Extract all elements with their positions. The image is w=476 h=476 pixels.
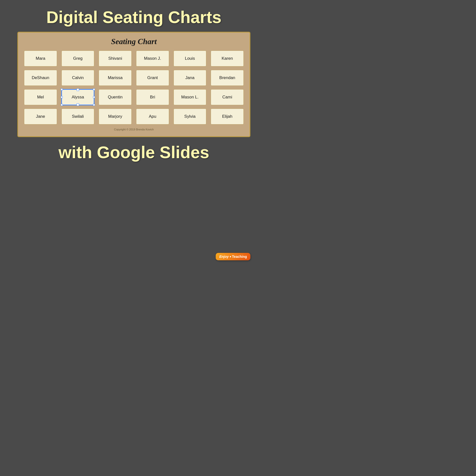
seat-marjory[interactable]: Marjory [99, 109, 132, 124]
seat-mara[interactable]: Mara [24, 51, 57, 66]
seat-shivani[interactable]: Shivani [99, 51, 132, 66]
seat-apu[interactable]: Apu [136, 109, 169, 124]
seat-brendan[interactable]: Brendan [211, 70, 244, 86]
seat-bri[interactable]: Bri [136, 89, 169, 105]
seat-alyssa[interactable]: Alyssa [61, 89, 94, 105]
handle-br [93, 104, 95, 106]
seat-mel[interactable]: Mel [24, 89, 57, 105]
chart-title: Seating Chart [24, 37, 244, 46]
copyright: Copyright © 2019 Brenda Kovich [24, 128, 244, 131]
handle-tl [61, 89, 63, 90]
seat-grant[interactable]: Grant [136, 70, 169, 86]
top-title: Digital Seating Charts [36, 0, 232, 32]
handle-tr [93, 89, 95, 90]
seats-row-2: MelAlyssaQuentinBriMason L.Cami [24, 89, 244, 105]
seat-louis[interactable]: Louis [174, 51, 207, 66]
seating-chart-container: Seating Chart MaraGregShivaniMason J.Lou… [17, 32, 250, 137]
badge-teaching-text: Teaching [232, 255, 247, 259]
handle-bl [61, 104, 63, 106]
seat-calvin[interactable]: Calvin [61, 70, 94, 86]
seat-jane[interactable]: Jane [24, 109, 57, 124]
seat-swilali[interactable]: Swilali [61, 109, 94, 124]
seats-row-1: DeShaunCalvinMarissaGrantJanaBrendan [24, 70, 244, 86]
seat-elijah[interactable]: Elijah [211, 109, 244, 124]
seat-deshaun[interactable]: DeShaun [24, 70, 57, 86]
seat-marissa[interactable]: Marissa [99, 70, 132, 86]
enjoy-teaching-badge: Enjoy Teaching [216, 253, 250, 260]
handle-ml [61, 96, 63, 98]
bottom-title: with Google Slides [49, 137, 219, 164]
seats-grid: MaraGregShivaniMason J.LouisKarenDeShaun… [24, 51, 244, 124]
badge-enjoy-text: Enjoy [219, 255, 229, 259]
seats-row-0: MaraGregShivaniMason J.LouisKaren [24, 51, 244, 66]
seat-cami[interactable]: Cami [211, 89, 244, 105]
seat-sylvia[interactable]: Sylvia [174, 109, 207, 124]
seat-greg[interactable]: Greg [61, 51, 94, 66]
seat-quentin[interactable]: Quentin [99, 89, 132, 105]
handle-mr [93, 96, 95, 98]
seat-mason-j.[interactable]: Mason J. [136, 51, 169, 66]
seat-mason-l.[interactable]: Mason L. [174, 89, 207, 105]
seats-row-3: JaneSwilaliMarjoryApuSylviaElijah [24, 109, 244, 124]
badge-dot [230, 256, 231, 257]
seat-jana[interactable]: Jana [174, 70, 207, 86]
seat-karen[interactable]: Karen [211, 51, 244, 66]
